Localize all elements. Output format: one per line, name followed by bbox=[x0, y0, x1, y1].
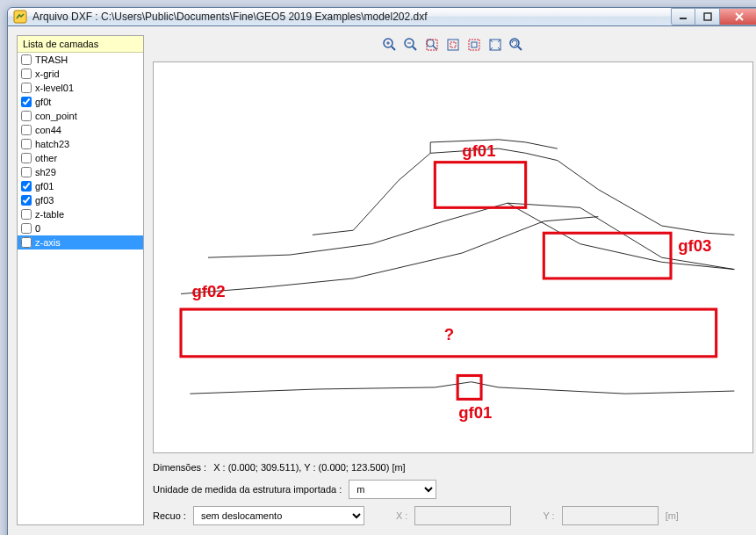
layer-checkbox[interactable] bbox=[21, 153, 32, 163]
layer-name: gf03 bbox=[35, 195, 54, 206]
dimensions-label: Dimensões : bbox=[153, 462, 206, 473]
layer-item[interactable]: sh29 bbox=[18, 165, 143, 179]
minimize-button[interactable] bbox=[671, 8, 695, 25]
zoom-extents-b-icon[interactable] bbox=[464, 35, 484, 54]
svg-rect-2 bbox=[704, 13, 711, 20]
unit-label: Unidade de medida da estrutura importada… bbox=[153, 484, 342, 495]
svg-line-13 bbox=[433, 46, 436, 49]
dialog-body: Lista de camadas TRASHx-gridx-level01gf0… bbox=[8, 26, 756, 534]
svg-rect-16 bbox=[450, 42, 456, 47]
layer-name: z-table bbox=[35, 209, 64, 220]
layer-name: gf0t bbox=[35, 97, 51, 107]
window-controls bbox=[671, 8, 756, 25]
svg-rect-18 bbox=[472, 42, 477, 47]
layer-item[interactable]: 0 bbox=[18, 221, 143, 235]
offset-x-label: X : bbox=[396, 510, 407, 521]
unit-row: Unidade de medida da estrutura importada… bbox=[153, 480, 753, 499]
dialog-window: Arquivo DXF : C:\Users\Public\Documents\… bbox=[7, 7, 756, 535]
layer-checkbox[interactable] bbox=[21, 223, 32, 234]
layer-item[interactable]: x-grid bbox=[18, 67, 143, 81]
offset-select[interactable]: sem deslocamento bbox=[193, 506, 364, 525]
titlebar[interactable]: Arquivo DXF : C:\Users\Public\Documents\… bbox=[8, 8, 756, 26]
layer-checkbox[interactable] bbox=[21, 195, 32, 206]
layer-name: sh29 bbox=[35, 167, 56, 177]
layer-name: z-axis bbox=[35, 237, 61, 248]
zoom-window-icon[interactable] bbox=[422, 35, 442, 54]
layer-name: con44 bbox=[35, 125, 61, 135]
dimensions-row: Dimensões : X : (0.000; 309.511), Y : (0… bbox=[153, 462, 753, 473]
drawing-svg: gf01 gf03 gf02 ? gf01 bbox=[154, 62, 752, 452]
layer-item[interactable]: other bbox=[18, 151, 143, 165]
canvas-column: gf01 gf03 gf02 ? gf01 Dimensões : X : (0… bbox=[153, 35, 753, 525]
svg-rect-25 bbox=[457, 375, 481, 399]
layer-item[interactable]: x-level01 bbox=[18, 81, 143, 95]
svg-rect-17 bbox=[469, 40, 479, 50]
svg-rect-23 bbox=[544, 233, 671, 278]
layer-item[interactable]: TRASH bbox=[18, 53, 143, 67]
layer-name: gf01 bbox=[35, 181, 54, 192]
main-row: Lista de camadas TRASHx-gridx-level01gf0… bbox=[17, 35, 753, 525]
annotation-labels: gf01 gf03 gf02 ? gf01 bbox=[191, 141, 711, 422]
layer-checkbox[interactable] bbox=[21, 83, 32, 93]
annotation-boxes bbox=[181, 163, 716, 400]
layer-name: other bbox=[35, 153, 57, 163]
svg-point-12 bbox=[427, 40, 434, 47]
layer-name: hatch23 bbox=[35, 139, 69, 149]
layer-name: TRASH bbox=[35, 54, 68, 65]
label-gf01-top: gf01 bbox=[462, 141, 495, 160]
dimensions-value: X : (0.000; 309.511), Y : (0.000; 123.50… bbox=[213, 462, 406, 473]
svg-rect-15 bbox=[448, 40, 458, 50]
layer-name: con_point bbox=[35, 111, 77, 121]
layer-item[interactable]: gf01 bbox=[18, 179, 143, 193]
drawing-canvas[interactable]: gf01 gf03 gf02 ? gf01 bbox=[153, 61, 753, 453]
label-gf03: gf03 bbox=[678, 236, 711, 255]
app-icon bbox=[13, 10, 27, 24]
svg-line-6 bbox=[392, 47, 395, 50]
offset-y-label: Y : bbox=[543, 510, 554, 521]
layer-checkbox[interactable] bbox=[21, 139, 32, 149]
maximize-button[interactable] bbox=[695, 8, 720, 25]
offset-y-input bbox=[562, 506, 659, 525]
offset-row: Recuo : sem deslocamento X : Y : [m] bbox=[153, 506, 753, 525]
offset-x-input bbox=[414, 506, 511, 525]
svg-line-21 bbox=[518, 47, 522, 50]
info-rows: Dimensões : X : (0.000; 309.511), Y : (0… bbox=[153, 462, 753, 525]
fit-all-icon[interactable] bbox=[486, 35, 505, 54]
layer-checkbox[interactable] bbox=[21, 54, 32, 65]
layer-checkbox[interactable] bbox=[21, 97, 32, 107]
label-gf01-bottom: gf01 bbox=[458, 403, 492, 422]
label-question: ? bbox=[444, 325, 454, 343]
layer-checkbox[interactable] bbox=[21, 167, 32, 177]
layer-checkbox[interactable] bbox=[21, 125, 32, 135]
layer-list-header: Lista de camadas bbox=[18, 36, 143, 53]
layer-item[interactable]: con44 bbox=[18, 123, 143, 137]
layer-checkbox[interactable] bbox=[21, 209, 32, 220]
layer-checkbox[interactable] bbox=[21, 69, 32, 79]
layer-checkbox[interactable] bbox=[21, 111, 32, 121]
refresh-icon[interactable] bbox=[507, 35, 526, 54]
layer-name: x-grid bbox=[35, 69, 60, 79]
unit-select[interactable]: m bbox=[349, 480, 436, 499]
close-button[interactable] bbox=[720, 8, 756, 25]
layer-item[interactable]: hatch23 bbox=[18, 137, 143, 151]
zoom-extents-a-icon[interactable] bbox=[443, 35, 463, 54]
layer-item[interactable]: gf03 bbox=[18, 193, 143, 207]
svg-rect-22 bbox=[435, 163, 525, 208]
zoom-out-icon[interactable] bbox=[401, 35, 421, 54]
layer-checkbox[interactable] bbox=[21, 237, 32, 248]
layer-list-items[interactable]: TRASHx-gridx-level01gf0tcon_pointcon44ha… bbox=[18, 53, 143, 524]
layer-item[interactable]: con_point bbox=[18, 109, 143, 123]
layer-item[interactable]: gf0t bbox=[18, 95, 143, 109]
svg-line-10 bbox=[413, 47, 416, 50]
offset-unit: [m] bbox=[666, 510, 679, 521]
layer-name: 0 bbox=[35, 223, 40, 234]
label-gf02: gf02 bbox=[191, 282, 225, 300]
layer-item[interactable]: z-axis bbox=[18, 235, 143, 249]
offset-label: Recuo : bbox=[153, 510, 186, 521]
layer-checkbox[interactable] bbox=[21, 181, 32, 192]
layer-item[interactable]: z-table bbox=[18, 207, 143, 221]
window-title: Arquivo DXF : C:\Users\Public\Documents\… bbox=[32, 11, 671, 23]
layer-name: x-level01 bbox=[35, 83, 74, 93]
view-toolbar bbox=[153, 35, 753, 56]
zoom-in-icon[interactable] bbox=[380, 35, 400, 54]
